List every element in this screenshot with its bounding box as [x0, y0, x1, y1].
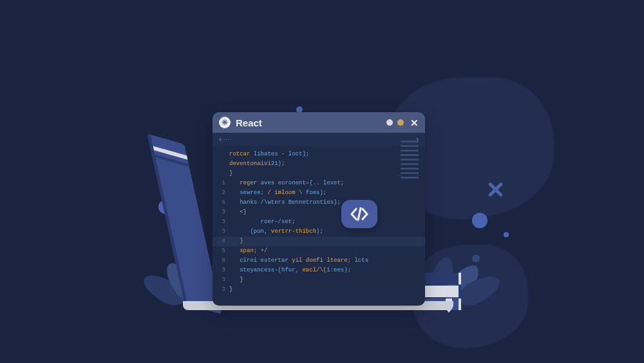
- minimap: [401, 141, 419, 179]
- window-control-dot[interactable]: [397, 119, 404, 126]
- decor-dot: [472, 213, 488, 228]
- window-title: React: [236, 117, 262, 128]
- code-line[interactable]: reger aves eoronent={.. lexet;: [229, 179, 425, 188]
- x-icon: [486, 181, 504, 199]
- titlebar: ✳ React ✕: [213, 112, 425, 133]
- line-number: 2: [213, 188, 225, 198]
- code-line[interactable]: }: [229, 169, 425, 179]
- react-logo-icon: ✳: [219, 117, 231, 128]
- line-number: 3: [213, 217, 225, 227]
- window-control-dot[interactable]: [386, 119, 393, 126]
- code-badge-icon: [341, 200, 377, 228]
- line-number: 0: [213, 256, 225, 266]
- line-gutter: 126333450333: [213, 150, 229, 306]
- breadcrumb-bar: ‹ ····· ›: [213, 133, 425, 146]
- line-number: 3: [213, 227, 225, 237]
- code-lines[interactable]: rotcar libates - loct);deventonaivi21);}…: [229, 150, 425, 306]
- editor-window: ✳ React ✕ ‹ ····· › 126333450333 rotcar …: [213, 112, 425, 306]
- close-icon[interactable]: ✕: [410, 118, 419, 128]
- code-line[interactable]: <}: [229, 208, 425, 217]
- line-number: [213, 159, 225, 169]
- line-number: 3: [213, 266, 225, 275]
- code-line[interactable]: span; +/: [229, 246, 425, 256]
- code-line[interactable]: cirei estertar yil doefi lteare; lcts: [229, 256, 425, 266]
- code-line[interactable]: }: [229, 285, 425, 295]
- line-number: [213, 150, 225, 159]
- breadcrumb-path: ·····: [222, 137, 413, 142]
- code-line[interactable]: deventonaivi21);: [229, 159, 425, 169]
- code-line[interactable]: steyancess-(hfur, eacl/\(i:ees);: [229, 266, 425, 275]
- code-line[interactable]: hanks /\wters Bennetronties);: [229, 198, 425, 208]
- line-number: 5: [213, 246, 225, 256]
- line-number: 3: [213, 285, 225, 295]
- code-line[interactable]: rotcar libates - loct);: [229, 150, 425, 159]
- line-number: 3: [213, 275, 225, 285]
- line-number: 1: [213, 179, 225, 188]
- code-area[interactable]: 126333450333 rotcar libates - loct);deve…: [213, 146, 425, 306]
- decor-dot: [472, 255, 480, 262]
- line-number: 3: [213, 208, 225, 217]
- code-line[interactable]: roer-/set;: [229, 217, 425, 227]
- line-number: [213, 169, 225, 179]
- code-line[interactable]: sewree; / imloom \ foes);: [229, 188, 425, 198]
- line-number: 6: [213, 198, 225, 208]
- decor-dot: [504, 232, 509, 237]
- code-line[interactable]: (pon, vertrr-thibch);: [229, 227, 425, 237]
- line-highlight: [213, 237, 425, 246]
- code-line[interactable]: }: [229, 275, 425, 285]
